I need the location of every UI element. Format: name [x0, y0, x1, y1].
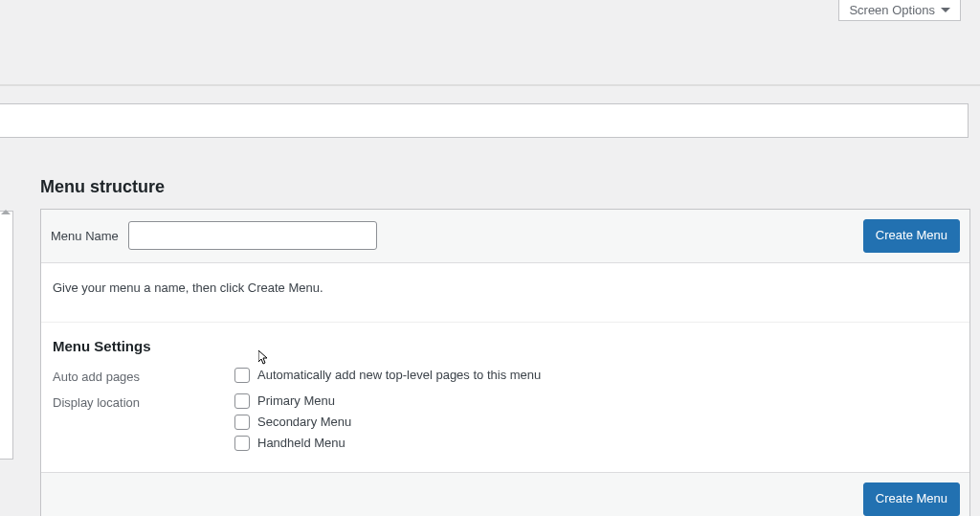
location-option-secondary[interactable]: Secondary Menu — [234, 415, 351, 430]
divider — [41, 322, 969, 323]
menu-structure-panel: Menu Name Create Menu Give your menu a n… — [40, 209, 970, 516]
menu-settings-title: Menu Settings — [53, 338, 958, 354]
instruction-text: Give your menu a name, then click Create… — [53, 280, 958, 295]
auto-add-label: Auto add pages — [53, 368, 234, 384]
handheld-menu-checkbox[interactable] — [234, 436, 250, 451]
primary-menu-checkbox[interactable] — [234, 393, 250, 409]
empty-panel — [0, 103, 969, 138]
screen-options-toggle[interactable]: Screen Options — [838, 0, 961, 21]
secondary-menu-label: Secondary Menu — [257, 415, 351, 429]
chevron-up-icon — [1, 210, 11, 214]
divider — [0, 84, 980, 86]
collapsed-sidebar-handle[interactable] — [0, 211, 13, 460]
auto-add-pages-row: Auto add pages Automatically add new top… — [53, 368, 958, 384]
display-location-row: Display location Primary Menu Secondary … — [53, 393, 958, 451]
menu-name-input[interactable] — [128, 221, 377, 250]
chevron-down-icon — [941, 8, 950, 12]
create-menu-button[interactable]: Create Menu — [863, 219, 960, 253]
page-title: Menu structure — [40, 177, 970, 197]
menu-body: Give your menu a name, then click Create… — [41, 263, 969, 472]
menu-name-label: Menu Name — [51, 229, 119, 243]
menu-header: Menu Name Create Menu — [41, 210, 969, 263]
handheld-menu-label: Handheld Menu — [257, 436, 345, 450]
primary-menu-label: Primary Menu — [257, 393, 335, 408]
secondary-menu-checkbox[interactable] — [234, 415, 250, 430]
screen-options-label: Screen Options — [849, 3, 935, 17]
menu-footer: Create Menu — [41, 472, 969, 516]
display-location-label: Display location — [53, 393, 234, 410]
create-menu-button-footer[interactable]: Create Menu — [863, 482, 960, 516]
location-option-handheld[interactable]: Handheld Menu — [234, 436, 351, 451]
auto-add-option[interactable]: Automatically add new top-level pages to… — [234, 368, 541, 383]
auto-add-option-label: Automatically add new top-level pages to… — [257, 368, 541, 382]
auto-add-checkbox[interactable] — [234, 368, 250, 383]
location-option-primary[interactable]: Primary Menu — [234, 393, 351, 409]
